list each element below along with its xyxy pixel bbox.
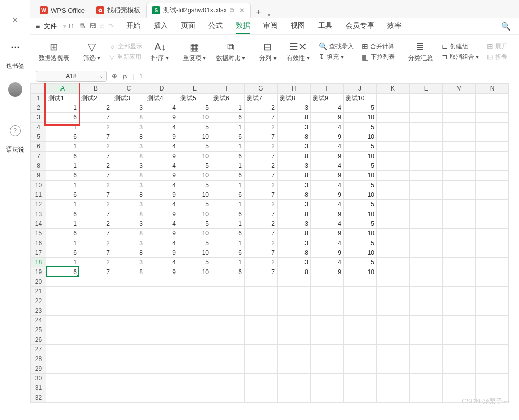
cell[interactable] (410, 171, 443, 181)
cell[interactable] (410, 123, 443, 132)
cell[interactable]: 5 (344, 200, 377, 209)
cell[interactable]: 6 (211, 229, 245, 238)
cell[interactable]: 6 (46, 190, 79, 200)
cell[interactable]: 1 (211, 142, 245, 152)
row-header[interactable]: 4 (31, 123, 46, 132)
cell[interactable]: 2 (79, 200, 112, 209)
column-header[interactable]: L (410, 84, 443, 94)
cell[interactable]: 测试8 (278, 94, 311, 103)
cell[interactable] (476, 306, 509, 316)
cell[interactable]: 7 (79, 267, 112, 277)
row-header[interactable]: 10 (31, 181, 46, 190)
cell[interactable] (145, 383, 178, 393)
qat-icon[interactable]: 🖫 (89, 22, 96, 30)
cell[interactable] (46, 316, 79, 325)
cell[interactable] (410, 248, 443, 258)
cell[interactable]: 7 (245, 152, 278, 161)
cell[interactable]: 7 (79, 152, 112, 161)
cell[interactable]: 9 (311, 267, 344, 277)
row-header[interactable]: 28 (31, 354, 46, 364)
cell[interactable] (377, 219, 410, 229)
cell[interactable]: 2 (79, 142, 112, 152)
formula-input[interactable]: 1 (139, 72, 143, 80)
cell[interactable]: 2 (79, 238, 112, 248)
close-tab-icon[interactable]: ✕ (239, 7, 245, 14)
cell[interactable]: 7 (79, 190, 112, 200)
cell[interactable] (476, 248, 509, 258)
row-header[interactable]: 30 (31, 374, 46, 383)
row-header[interactable]: 31 (31, 383, 46, 393)
cell[interactable] (410, 229, 443, 238)
cell[interactable] (245, 277, 278, 287)
cell[interactable]: 3 (112, 142, 145, 152)
chevron-down-icon[interactable]: ⌄ (99, 73, 103, 79)
cell[interactable]: 9 (311, 229, 344, 238)
cell[interactable] (145, 325, 178, 335)
cell[interactable]: 2 (79, 219, 112, 229)
cell[interactable]: 5 (178, 123, 211, 132)
cell[interactable] (79, 306, 112, 316)
cell[interactable]: 9 (145, 267, 178, 277)
cell[interactable] (377, 132, 410, 142)
cell[interactable]: 8 (112, 152, 145, 161)
cell[interactable]: 3 (112, 161, 145, 171)
cell[interactable] (178, 335, 211, 345)
cell[interactable] (211, 364, 245, 374)
cell[interactable] (311, 277, 344, 287)
row-header[interactable]: 15 (31, 229, 46, 238)
cell[interactable]: 5 (178, 181, 211, 190)
cell[interactable] (46, 383, 79, 393)
cell[interactable] (443, 383, 476, 393)
cell[interactable] (311, 383, 344, 393)
cell[interactable] (410, 325, 443, 335)
cell[interactable]: 3 (278, 142, 311, 152)
cell[interactable]: 6 (46, 267, 79, 277)
cell[interactable]: 5 (178, 103, 211, 113)
cell[interactable] (46, 277, 79, 287)
cell[interactable] (443, 113, 476, 123)
cell[interactable]: 10 (344, 113, 377, 123)
subtotal-button[interactable]: ≣ 分类汇总 (403, 35, 438, 69)
cell[interactable]: 9 (311, 171, 344, 181)
row-header[interactable]: 18 (31, 258, 46, 267)
cell[interactable]: 4 (145, 142, 178, 152)
document-tab[interactable]: ✿找稻壳模板 (91, 3, 145, 18)
row-header[interactable]: 29 (31, 364, 46, 374)
cell[interactable]: 3 (278, 103, 311, 113)
cell[interactable] (46, 325, 79, 335)
cell[interactable]: 6 (46, 229, 79, 238)
cell[interactable] (476, 161, 509, 171)
ribbon-tab[interactable]: 公式 (208, 19, 223, 34)
cell[interactable]: 6 (211, 113, 245, 123)
cell[interactable] (443, 296, 476, 306)
cell[interactable]: 4 (145, 219, 178, 229)
cell[interactable] (311, 393, 344, 403)
zoom-icon[interactable]: ⊕ (112, 72, 117, 80)
cell[interactable] (377, 364, 410, 374)
column-header[interactable]: A (46, 84, 79, 94)
cell[interactable] (476, 132, 509, 142)
cell[interactable] (377, 345, 410, 354)
cell[interactable] (211, 354, 245, 364)
validity-button[interactable]: ☰✕ 有效性 ▾ (282, 35, 315, 69)
fx-icon[interactable]: fx (123, 72, 127, 80)
cell[interactable]: 10 (178, 171, 211, 181)
cell[interactable]: 测试1 (46, 94, 79, 103)
row-header[interactable]: 2 (31, 103, 46, 113)
cell[interactable] (178, 374, 211, 383)
cell[interactable]: 1 (211, 123, 245, 132)
cell[interactable]: 3 (112, 181, 145, 190)
cell[interactable] (476, 316, 509, 325)
cell[interactable]: 1 (211, 200, 245, 209)
cell[interactable]: 测试3 (112, 94, 145, 103)
cell[interactable] (377, 335, 410, 345)
cell[interactable] (377, 354, 410, 364)
cell[interactable]: 测试5 (178, 94, 211, 103)
ribbon-tab[interactable]: 视图 (291, 19, 305, 34)
cell[interactable] (311, 364, 344, 374)
ungroup-button[interactable]: ⊐取消组合 ▾ (442, 53, 479, 62)
cell[interactable] (443, 238, 476, 248)
cell[interactable] (476, 354, 509, 364)
cell[interactable] (79, 374, 112, 383)
cell[interactable] (112, 287, 145, 296)
